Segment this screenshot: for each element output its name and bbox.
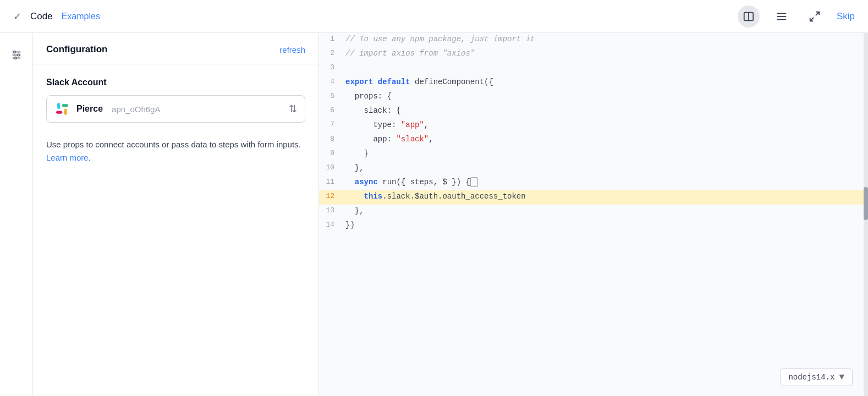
code-scrollbar[interactable] <box>864 33 868 396</box>
code-content: 1 // To use any npm package, just import… <box>319 33 868 233</box>
account-name: Pierce <box>76 104 103 114</box>
nav-chevron-icon[interactable]: ✓ <box>13 10 21 23</box>
runtime-dropdown-icon: ▼ <box>839 372 844 382</box>
main-content: Configuration refresh Slack Account <box>0 33 868 396</box>
svg-point-16 <box>57 111 60 114</box>
top-nav: ✓ Code Examples <box>0 0 868 33</box>
slack-section-label: Slack Account <box>46 78 305 87</box>
svg-point-11 <box>17 54 19 56</box>
svg-point-10 <box>13 51 15 53</box>
code-line-11: 11 async run({ steps, $ }) { <box>319 176 868 190</box>
skip-button[interactable]: Skip <box>837 11 855 22</box>
code-scrollbar-thumb[interactable] <box>864 187 868 220</box>
code-line-10: 10 }, <box>319 162 868 176</box>
svg-point-15 <box>64 111 67 114</box>
code-line-6: 6 slack: { <box>319 105 868 119</box>
code-line-14: 14 }) <box>319 219 868 233</box>
sidebar <box>0 33 33 396</box>
expand-button[interactable] <box>804 6 826 28</box>
code-editor[interactable]: 1 // To use any npm package, just import… <box>319 33 868 396</box>
account-id: apn_oOh6gA <box>112 105 160 114</box>
code-line-12: 12 this.slack.$auth.oauth_access_token <box>319 190 868 205</box>
nav-left: ✓ Code Examples <box>13 10 100 23</box>
sidebar-config-icon[interactable] <box>6 44 28 66</box>
nav-right: Skip <box>738 6 855 28</box>
code-line-7: 7 type: "app", <box>319 119 868 133</box>
code-line-5: 5 props: { <box>319 90 868 105</box>
config-refresh-button[interactable]: refresh <box>279 45 305 54</box>
nav-code-label: Code <box>30 11 53 22</box>
split-view-button[interactable] <box>738 6 760 28</box>
svg-point-12 <box>14 57 17 59</box>
learn-more-link[interactable]: Learn more <box>46 153 89 162</box>
account-selector[interactable]: Pierce apn_oOh6gA ⇅ <box>46 95 305 123</box>
config-panel: Configuration refresh Slack Account <box>33 33 319 396</box>
list-view-button[interactable] <box>771 6 793 28</box>
slack-logo-icon <box>54 101 70 117</box>
config-title: Configuration <box>46 44 107 55</box>
code-line-9: 9 } <box>319 147 868 162</box>
account-dropdown-icon: ⇅ <box>289 103 297 115</box>
code-line-13: 13 }, <box>319 205 868 219</box>
config-header: Configuration refresh <box>33 33 318 64</box>
svg-line-6 <box>810 17 814 20</box>
svg-point-13 <box>57 104 60 107</box>
runtime-selector[interactable]: nodejs14.x ▼ <box>780 369 853 386</box>
svg-line-5 <box>816 12 819 15</box>
code-line-2: 2 // import axios from "axios" <box>319 47 868 62</box>
svg-point-14 <box>64 104 67 107</box>
runtime-label: nodejs14.x <box>788 373 834 382</box>
code-line-1: 1 // To use any npm package, just import… <box>319 33 868 47</box>
nav-examples-link[interactable]: Examples <box>62 12 100 21</box>
config-body: Slack Account Pierc <box>33 64 318 178</box>
help-text: Use props to connect accounts or pass da… <box>46 138 305 164</box>
code-line-8: 8 app: "slack", <box>319 133 868 147</box>
code-line-3: 3 <box>319 62 868 76</box>
code-line-4: 4 export default defineComponent({ <box>319 76 868 90</box>
